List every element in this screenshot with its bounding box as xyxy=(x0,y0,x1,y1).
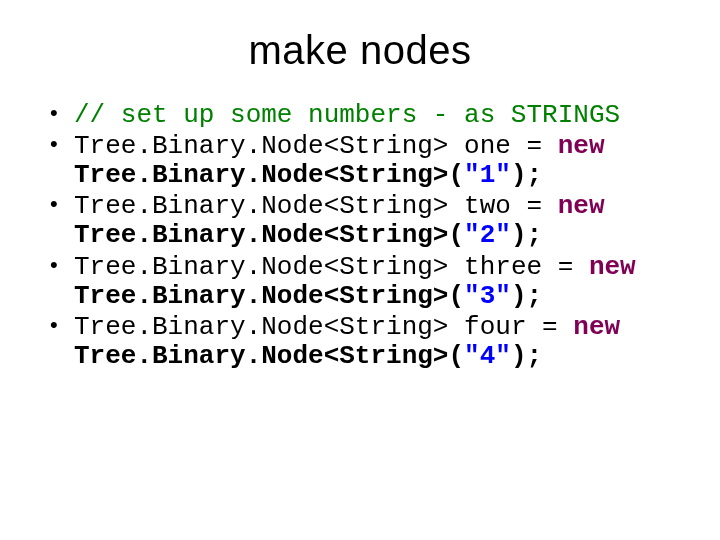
string-literal: "4" xyxy=(464,341,511,371)
keyword-new: new xyxy=(558,191,605,221)
equals: = xyxy=(511,191,558,221)
paren-close: ); xyxy=(511,341,542,371)
keyword-new: new xyxy=(573,312,620,342)
identifier: four xyxy=(464,312,526,342)
constructor-type: Tree.Binary.Node<String> xyxy=(74,220,448,250)
type-name: Tree.Binary.Node<String> xyxy=(74,252,448,282)
constructor-type: Tree.Binary.Node<String> xyxy=(74,160,448,190)
constructor-type: Tree.Binary.Node<String> xyxy=(74,341,448,371)
paren-open: ( xyxy=(448,281,464,311)
list-item: // set up some numbers - as STRINGS xyxy=(46,101,680,130)
identifier: two xyxy=(464,191,511,221)
list-item: Tree.Binary.Node<String> three = new Tre… xyxy=(46,253,680,311)
code-comment: // set up some numbers - as STRINGS xyxy=(74,100,620,130)
paren-open: ( xyxy=(448,341,464,371)
paren-open: ( xyxy=(448,160,464,190)
list-item: Tree.Binary.Node<String> four = new Tree… xyxy=(46,313,680,371)
identifier: three xyxy=(464,252,542,282)
equals: = xyxy=(542,252,589,282)
equals: = xyxy=(511,131,558,161)
code-bullet-list: // set up some numbers - as STRINGS Tree… xyxy=(40,101,680,371)
keyword-new: new xyxy=(558,131,605,161)
constructor-type: Tree.Binary.Node<String> xyxy=(74,281,448,311)
slide: make nodes // set up some numbers - as S… xyxy=(0,0,720,540)
page-title: make nodes xyxy=(40,28,680,73)
type-name: Tree.Binary.Node<String> xyxy=(74,312,448,342)
string-literal: "3" xyxy=(464,281,511,311)
keyword-new: new xyxy=(589,252,636,282)
paren-close: ); xyxy=(511,160,542,190)
list-item: Tree.Binary.Node<String> two = new Tree.… xyxy=(46,192,680,250)
list-item: Tree.Binary.Node<String> one = new Tree.… xyxy=(46,132,680,190)
identifier: one xyxy=(464,131,511,161)
paren-open: ( xyxy=(448,220,464,250)
equals: = xyxy=(527,312,574,342)
paren-close: ); xyxy=(511,220,542,250)
type-name: Tree.Binary.Node<String> xyxy=(74,131,448,161)
type-name: Tree.Binary.Node<String> xyxy=(74,191,448,221)
string-literal: "2" xyxy=(464,220,511,250)
string-literal: "1" xyxy=(464,160,511,190)
paren-close: ); xyxy=(511,281,542,311)
